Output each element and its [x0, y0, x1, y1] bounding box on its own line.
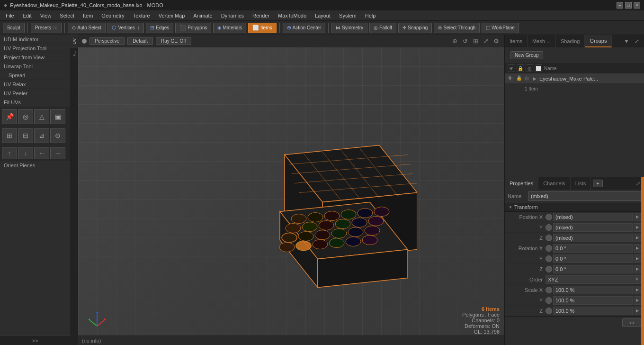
- position-x-circle[interactable]: [546, 214, 552, 220]
- scale-y-value[interactable]: 100.0 %: [553, 296, 633, 305]
- new-group-button[interactable]: New Group: [510, 51, 543, 59]
- default-button[interactable]: Default: [127, 37, 153, 45]
- lock-col-icon[interactable]: 🔒: [517, 64, 524, 72]
- tab-lists[interactable]: Lists: [571, 177, 591, 190]
- select-through-button[interactable]: ⊕ Select Through: [434, 23, 480, 33]
- props-forward-button[interactable]: >>: [622, 318, 641, 327]
- tool-unwrap[interactable]: Unwrap Tool: [0, 62, 70, 71]
- rotation-x-circle[interactable]: [546, 245, 552, 252]
- sculpt-toggle[interactable]: Sculpt: [3, 23, 25, 33]
- tool-uv-projection[interactable]: UV Projection Tool: [0, 44, 70, 53]
- viewport-crosshair-icon[interactable]: ⊕: [450, 37, 459, 45]
- vtab-f[interactable]: F...: [70, 47, 78, 59]
- tab-properties[interactable]: Properties: [505, 177, 538, 190]
- position-y-circle[interactable]: [546, 224, 552, 231]
- tool-icon-sphere[interactable]: ⊙: [50, 128, 65, 143]
- close-button[interactable]: ×: [634, 2, 640, 9]
- eye-col-icon[interactable]: 👁: [508, 64, 515, 72]
- left-expand-button[interactable]: >>: [0, 336, 70, 345]
- right-tab-expand-icon[interactable]: ⤢: [633, 37, 641, 45]
- polygons-button[interactable]: ⬛ Polygons: [175, 23, 211, 33]
- rotation-z-arrow[interactable]: ▶: [634, 265, 641, 273]
- tool-spread[interactable]: Spread: [0, 71, 70, 80]
- position-z-value[interactable]: (mixed): [553, 234, 633, 242]
- tab-shading[interactable]: Shading: [556, 35, 585, 47]
- viewport-settings-icon[interactable]: ⚙: [492, 37, 501, 45]
- order-select[interactable]: XYZ ▼: [546, 275, 641, 284]
- arrow-down-btn[interactable]: ↓: [18, 147, 33, 159]
- menu-file[interactable]: File: [2, 12, 18, 19]
- arrow-right-btn[interactable]: →: [50, 147, 65, 159]
- tool-uv-peeler[interactable]: UV Peeler: [0, 89, 70, 98]
- snapping-button[interactable]: ✛ Snapping: [398, 23, 432, 33]
- rotation-z-value[interactable]: 0.0 °: [553, 265, 633, 273]
- tool-icon-circle[interactable]: ◎: [18, 109, 33, 124]
- name-input[interactable]: [528, 191, 641, 201]
- menu-layout[interactable]: Layout: [311, 12, 334, 19]
- menu-animate[interactable]: Animate: [189, 12, 216, 19]
- tab-channels[interactable]: Channels: [538, 177, 570, 190]
- ray-gl-button[interactable]: Ray GL: Off: [156, 37, 191, 45]
- type-col-icon[interactable]: ⬜: [535, 64, 542, 72]
- tool-fit-uvs[interactable]: Fit UVs: [0, 98, 70, 107]
- tool-icon-checker[interactable]: ⊟: [18, 128, 33, 143]
- tool-icon-tri[interactable]: △: [34, 109, 49, 124]
- edges-button[interactable]: ⊟ Edges: [146, 23, 173, 33]
- perspective-button[interactable]: Perspective: [89, 37, 125, 45]
- tab-mesh[interactable]: Mesh ...: [528, 35, 556, 47]
- auto-select-button[interactable]: ⊙ Auto Select: [68, 23, 106, 33]
- viewport-reset-icon[interactable]: ↺: [461, 37, 469, 45]
- vertices-button[interactable]: ⬡ Vertices 1: [107, 23, 144, 33]
- scale-x-circle[interactable]: [546, 287, 552, 293]
- menu-render[interactable]: Render: [249, 12, 273, 19]
- scale-x-arrow[interactable]: ▶: [634, 286, 641, 294]
- tab-items[interactable]: Items: [505, 35, 528, 47]
- position-x-arrow[interactable]: ▶: [634, 213, 641, 221]
- rotation-x-value[interactable]: 0.0 °: [553, 244, 633, 253]
- viewport-zoom-icon[interactable]: ⊞: [471, 37, 480, 45]
- tool-uv-relax[interactable]: UV Relax: [0, 80, 70, 89]
- tool-icon-pin[interactable]: 📌: [2, 109, 17, 124]
- menu-help[interactable]: Help: [361, 12, 380, 19]
- tool-project-from-view[interactable]: Project from View: [0, 53, 70, 62]
- presets-button[interactable]: Presets F6: [31, 23, 62, 33]
- symmetry-button[interactable]: ⋈ Symmetry: [331, 23, 367, 33]
- item-row-eyeshadow[interactable]: 👁 🔒 ◎ ▶ Eyeshadow_Make Pale...: [505, 73, 644, 84]
- rotation-y-arrow[interactable]: ▶: [634, 254, 641, 263]
- vis-col-icon[interactable]: ◎: [526, 64, 533, 72]
- tool-icon-grid[interactable]: ⊞: [2, 128, 17, 143]
- arrow-up-btn[interactable]: ↑: [2, 147, 17, 159]
- rotation-y-value[interactable]: 0.0 °: [553, 254, 633, 263]
- tool-udim-indicator[interactable]: UDIM Indicator: [0, 35, 70, 44]
- right-tab-dropdown-icon[interactable]: ▼: [622, 37, 631, 45]
- arrow-left-btn[interactable]: ←: [34, 147, 49, 159]
- minimize-button[interactable]: –: [617, 2, 623, 9]
- workplane-button[interactable]: ⬚ WorkPlane: [482, 23, 519, 33]
- transform-section-header[interactable]: Transform: [505, 203, 644, 212]
- add-tab-button[interactable]: +: [593, 180, 602, 187]
- scale-z-arrow[interactable]: ▶: [634, 307, 641, 315]
- menu-select[interactable]: Select: [56, 12, 78, 19]
- scale-z-value[interactable]: 100.0 %: [553, 307, 633, 315]
- scale-z-circle[interactable]: [546, 308, 552, 314]
- action-center-button[interactable]: ⊕ Action Center: [283, 23, 326, 33]
- falloff-button[interactable]: ◎ Falloff: [369, 23, 396, 33]
- position-z-arrow[interactable]: ▶: [634, 234, 641, 242]
- tab-groups[interactable]: Groups: [585, 35, 612, 47]
- menu-texture[interactable]: Texture: [129, 12, 154, 19]
- viewport-maximize-icon[interactable]: ⤢: [482, 37, 490, 45]
- item-row-sub[interactable]: 1 Item: [505, 84, 644, 94]
- rotation-z-circle[interactable]: [546, 266, 552, 272]
- maximize-button[interactable]: □: [625, 2, 632, 9]
- tool-orient-pieces[interactable]: Orient Pieces: [0, 161, 70, 170]
- materials-button[interactable]: ◈ Materials: [213, 23, 246, 33]
- menu-dynamics[interactable]: Dynamics: [217, 12, 248, 19]
- rotation-y-circle[interactable]: [546, 255, 552, 262]
- position-y-value[interactable]: (mixed): [553, 223, 633, 232]
- scale-y-arrow[interactable]: ▶: [634, 296, 641, 305]
- menu-vertex-map[interactable]: Vertex Map: [155, 12, 189, 19]
- menu-item[interactable]: Item: [79, 12, 97, 19]
- scale-x-value[interactable]: 100.0 %: [553, 286, 633, 294]
- menu-view[interactable]: View: [36, 12, 55, 19]
- menu-edit[interactable]: Edit: [19, 12, 36, 19]
